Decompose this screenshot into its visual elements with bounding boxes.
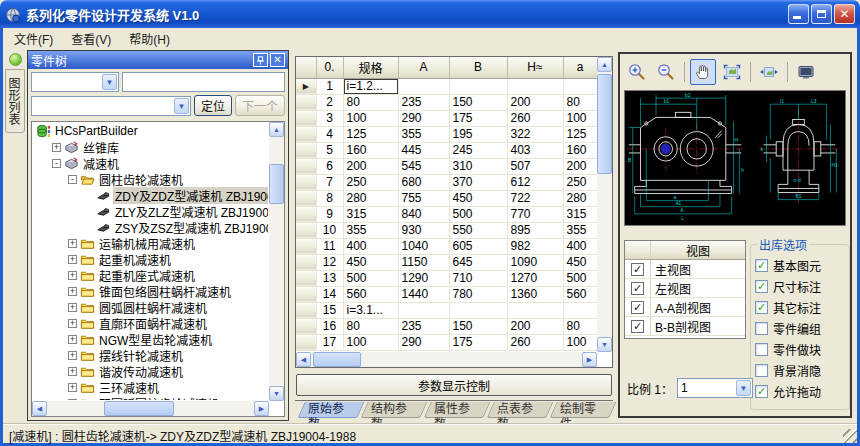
row-selector[interactable] [296,302,316,318]
row-number-cell[interactable]: 2 [316,94,343,110]
table-row[interactable]: 6200545310507200 [296,158,597,174]
row-selector[interactable] [296,158,316,174]
checkbox-checked[interactable]: ✓ [755,385,768,398]
table-cell[interactable]: 355 [398,126,449,142]
table-cell[interactable]: 780 [449,286,507,302]
table-cell[interactable]: 100 [343,334,398,350]
column-header-3[interactable]: B [449,57,507,78]
tree-item[interactable]: +起重机减速机 [33,251,268,267]
tree-item[interactable]: ZLY及ZLZ型减速机 ZBJ19004 [33,203,268,219]
tab-1[interactable]: 结构参数 [360,402,427,418]
row-number-cell[interactable]: 10 [316,222,343,238]
table-horizontal-scrollbar[interactable]: ◀ ▶ [296,352,597,367]
view-row[interactable]: ✓B-B剖视图 [625,317,745,336]
table-row[interactable]: 4125355195322125 [296,126,597,142]
table-row[interactable]: 15i=3.1... [296,302,597,318]
menu-item-1[interactable]: 查看(V) [62,28,120,49]
row-number-cell[interactable]: 6 [316,158,343,174]
scale-combobox[interactable]: 1 ▼ [677,378,753,398]
table-cell[interactable]: 1090 [507,254,563,270]
view-row[interactable]: ✓A-A剖视图 [625,298,745,317]
table-cell[interactable]: 500 [343,270,398,286]
table-cell[interactable]: 160 [563,142,597,158]
tab-graphics-list[interactable]: 图形列表 [5,69,25,133]
checkbox-checked[interactable]: ✓ [755,280,768,293]
row-selector[interactable] [296,286,316,302]
row-selector[interactable] [296,206,316,222]
table-vscroll-thumb[interactable] [597,74,612,174]
tree-item[interactable]: +双圆弧圆柱齿轮减速机 [33,395,268,400]
row-selector[interactable] [296,222,316,238]
chevron-down-icon[interactable]: ▼ [174,98,189,114]
output-option[interactable]: 零件编组 [755,318,845,339]
table-cell[interactable]: 982 [507,238,563,254]
table-cell[interactable]: 710 [449,270,507,286]
table-cell[interactable]: 200 [343,158,398,174]
table-cell[interactable]: 80 [343,318,398,334]
table-row[interactable]: 8280755450722280 [296,190,597,206]
column-header-0[interactable]: 0. [316,57,343,78]
table-cell[interactable]: 355 [343,222,398,238]
table-cell[interactable]: 930 [398,222,449,238]
collapse-toggle[interactable]: - [52,159,61,168]
table-cell[interactable]: 235 [398,318,449,334]
table-cell[interactable] [563,302,597,318]
tab-3[interactable]: 点表参数 [486,402,553,418]
tree-item[interactable]: ZDY及ZDZ型减速机 ZBJ19004 [33,187,268,203]
row-selector[interactable]: ▶ [296,78,316,94]
row-number-cell[interactable]: 4 [316,126,343,142]
table-cell[interactable]: 500 [449,206,507,222]
table-cell[interactable]: 195 [449,126,507,142]
table-cell[interactable]: 235 [398,94,449,110]
table-cell[interactable] [563,78,597,94]
collapse-toggle[interactable]: - [68,175,77,184]
parts-tree-caption[interactable]: 零件树 ✕ [28,51,288,69]
table-cell[interactable]: 1040 [398,238,449,254]
checkbox-unchecked[interactable] [755,343,768,356]
tree-item[interactable]: HCsPartBuilder [33,123,268,139]
table-row[interactable]: 1350012907101270500 [296,270,597,286]
scroll-right-icon[interactable]: ▶ [582,352,597,367]
display-button[interactable] [793,59,819,85]
chevron-down-icon[interactable]: ▼ [102,74,117,90]
output-option[interactable]: 背景消隐 [755,360,845,381]
scroll-right-icon[interactable]: ▶ [254,401,269,416]
table-cell[interactable]: 1150 [398,254,449,270]
table-row[interactable]: 7250680370612250 [296,174,597,190]
tree-item[interactable]: -圆柱齿轮减速机 [33,171,268,187]
table-cell[interactable]: 200 [563,158,597,174]
row-selector[interactable] [296,110,316,126]
table-cell[interactable]: 450 [563,254,597,270]
tree-item[interactable]: +丝锥库 [33,139,268,155]
zoom-window-button[interactable] [756,59,782,85]
row-number-cell[interactable]: 13 [316,270,343,286]
row-number-cell[interactable]: 1 [316,78,343,94]
expand-toggle[interactable]: + [68,303,77,312]
table-cell[interactable]: 1290 [398,270,449,286]
expand-toggle[interactable]: + [68,335,77,344]
category-combobox[interactable]: ▼ [31,72,119,92]
expand-toggle[interactable]: + [68,399,77,401]
table-cell[interactable]: 322 [507,126,563,142]
table-cell[interactable]: 290 [398,110,449,126]
table-cell[interactable] [398,302,449,318]
row-selector[interactable] [296,238,316,254]
row-selector[interactable] [296,254,316,270]
param-display-button[interactable]: 参数显示控制 [296,374,612,396]
table-cell[interactable]: 722 [507,190,563,206]
scroll-down-icon[interactable]: ▼ [269,386,284,401]
expand-toggle[interactable]: + [68,255,77,264]
table-cell[interactable] [449,78,507,94]
output-option[interactable]: ✓尺寸标注 [755,276,845,297]
column-header-2[interactable]: A [398,57,449,78]
table-cell[interactable]: 315 [343,206,398,222]
pan-hand-button[interactable] [690,59,716,85]
row-selector[interactable] [296,318,316,334]
row-number-cell[interactable]: 14 [316,286,343,302]
close-button[interactable]: ✕ [834,4,855,24]
table-cell[interactable]: 315 [563,206,597,222]
table-row[interactable]: 114001040605982400 [296,238,597,254]
row-number-cell[interactable]: 12 [316,254,343,270]
tab-0[interactable]: 原始参数 [297,402,364,418]
table-cell[interactable]: 80 [563,94,597,110]
